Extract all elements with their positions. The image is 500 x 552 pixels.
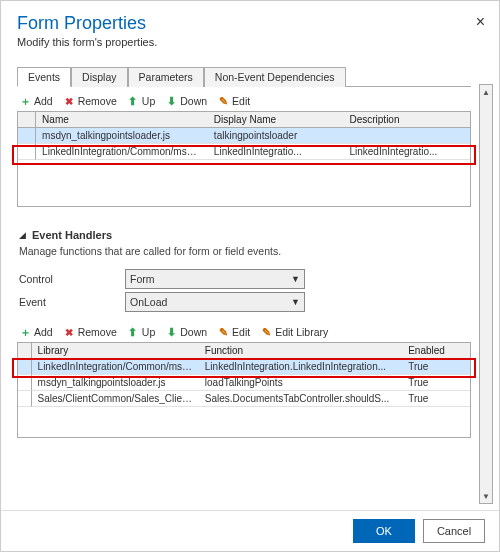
arrow-up-icon: ⬆ xyxy=(127,95,139,107)
col-description: Description xyxy=(343,112,470,128)
arrow-up-icon: ⬆ xyxy=(127,326,139,338)
add-button[interactable]: ＋Add xyxy=(19,95,53,107)
plus-icon: ＋ xyxy=(19,326,31,338)
event-label: Event xyxy=(19,296,119,308)
edit-button[interactable]: ✎Edit xyxy=(217,95,250,107)
add-button[interactable]: ＋Add xyxy=(19,326,53,338)
chevron-down-icon: ▼ xyxy=(291,297,300,307)
ok-button[interactable]: OK xyxy=(353,519,415,543)
library-row[interactable]: msdyn_talkingpointsloader.js talkingpoin… xyxy=(18,128,470,144)
remove-button[interactable]: ✖Remove xyxy=(63,326,117,338)
library-row[interactable]: LinkedInIntegration/Common/msdyn_L... Li… xyxy=(18,144,470,160)
edit-button[interactable]: ✎Edit xyxy=(217,326,250,338)
control-label: Control xyxy=(19,273,119,285)
handler-row[interactable]: LinkedInIntegration/Common/msdyn_L... Li… xyxy=(18,359,470,375)
event-select[interactable]: OnLoad ▼ xyxy=(125,292,305,312)
col-function: Function xyxy=(199,343,402,359)
event-handlers-header[interactable]: ◢ Event Handlers xyxy=(19,229,471,241)
up-button[interactable]: ⬆Up xyxy=(127,95,155,107)
dialog-title: Form Properties xyxy=(17,13,483,34)
libraries-grid[interactable]: Name Display Name Description msdyn_talk… xyxy=(18,112,470,160)
col-display-name: Display Name xyxy=(208,112,344,128)
close-icon[interactable]: × xyxy=(476,13,485,31)
up-button[interactable]: ⬆Up xyxy=(127,326,155,338)
arrow-down-icon: ⬇ xyxy=(165,326,177,338)
edit-icon: ✎ xyxy=(260,326,272,338)
tab-non-event-deps[interactable]: Non-Event Dependencies xyxy=(204,67,346,87)
plus-icon: ＋ xyxy=(19,95,31,107)
down-button[interactable]: ⬇Down xyxy=(165,95,207,107)
cancel-button[interactable]: Cancel xyxy=(423,519,485,543)
chevron-down-icon: ▼ xyxy=(291,274,300,284)
handler-row[interactable]: Sales/ClientCommon/Sales_ClientCom... Sa… xyxy=(18,391,470,407)
scrollbar[interactable]: ▲ ▼ xyxy=(479,84,493,504)
handlers-grid[interactable]: Library Function Enabled LinkedInIntegra… xyxy=(18,343,470,407)
col-enabled: Enabled xyxy=(402,343,470,359)
col-library: Library xyxy=(32,343,199,359)
handler-row[interactable]: msdyn_talkingpointsloader.js loadTalking… xyxy=(18,375,470,391)
tab-strip: Events Display Parameters Non-Event Depe… xyxy=(17,66,471,87)
edit-library-button[interactable]: ✎Edit Library xyxy=(260,326,328,338)
tab-events[interactable]: Events xyxy=(17,67,71,87)
scroll-down-icon[interactable]: ▼ xyxy=(480,489,492,503)
x-icon: ✖ xyxy=(63,95,75,107)
arrow-down-icon: ⬇ xyxy=(165,95,177,107)
x-icon: ✖ xyxy=(63,326,75,338)
remove-button[interactable]: ✖Remove xyxy=(63,95,117,107)
edit-icon: ✎ xyxy=(217,95,229,107)
edit-icon: ✎ xyxy=(217,326,229,338)
tab-display[interactable]: Display xyxy=(71,67,127,87)
event-handlers-desc: Manage functions that are called for for… xyxy=(19,245,469,257)
dialog-subtitle: Modify this form's properties. xyxy=(17,36,483,48)
scroll-up-icon[interactable]: ▲ xyxy=(480,85,492,99)
control-select[interactable]: Form ▼ xyxy=(125,269,305,289)
col-name: Name xyxy=(36,112,208,128)
collapse-icon: ◢ xyxy=(19,230,26,240)
tab-parameters[interactable]: Parameters xyxy=(128,67,204,87)
down-button[interactable]: ⬇Down xyxy=(165,326,207,338)
